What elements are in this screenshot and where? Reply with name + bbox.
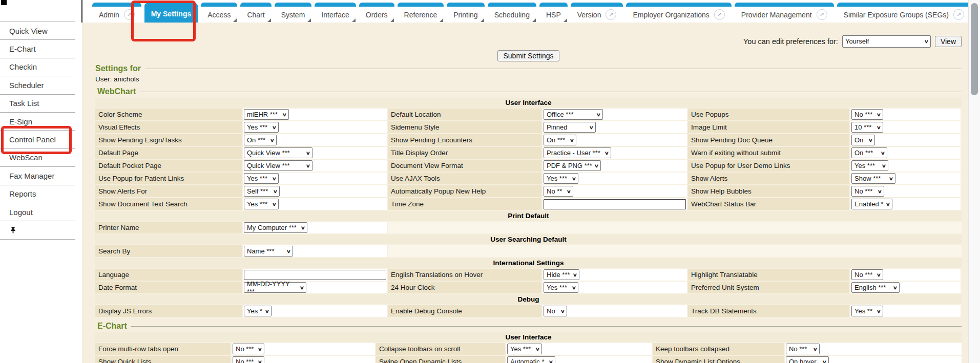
tab-chart[interactable]: Chart (240, 3, 271, 23)
select-image-limit[interactable]: 10 ***∨ (851, 122, 883, 133)
select-show-alerts[interactable]: Show ***∨ (851, 173, 895, 184)
select-show-quick-lists[interactable]: No ***∨ (233, 356, 264, 363)
select-swipe-open-dynamic-lists[interactable]: Automatic *∨ (507, 356, 555, 363)
scrollbar[interactable] (968, 0, 980, 363)
input-time-zone[interactable] (544, 199, 686, 209)
sidebar-item-logout[interactable]: Logout (0, 203, 75, 221)
popout-icon[interactable]: ↗ (124, 9, 135, 20)
select-default-pocket-page[interactable]: Quick View ***∨ (244, 160, 312, 171)
select-use-ajax-tools[interactable]: Yes ***∨ (544, 173, 578, 184)
select-display-js-errors[interactable]: Yes *∨ (244, 306, 272, 316)
select-printer-name[interactable]: My Computer ***∨ (244, 222, 307, 233)
select-value: No *** (236, 358, 254, 363)
preferences-for-select[interactable]: Yourself ∨ (842, 35, 931, 48)
tab-hsp[interactable]: HSP (539, 3, 568, 23)
select-24-hour-clock[interactable]: Yes ***∨ (544, 282, 578, 293)
tab-similar-exposure-groups-segs[interactable]: Similar Exposure Groups (SEGs)↗ (837, 3, 971, 23)
chevron-down-icon: ∨ (589, 125, 594, 130)
select-show-pending-doc-queue[interactable]: On∨ (851, 135, 875, 145)
select-force-multi-row-tabs-open[interactable]: No ***∨ (233, 344, 264, 354)
select-show-pending-encounters[interactable]: On ***∨ (544, 135, 576, 145)
select-keep-toolbars-collapsed[interactable]: No ***∨ (786, 344, 820, 354)
tab-printing[interactable]: Printing (447, 3, 484, 23)
sidebar-item-fax-manager[interactable]: Fax Manager (0, 166, 75, 184)
select-enable-debug-console[interactable]: No∨ (544, 306, 567, 316)
tab-system[interactable]: System (275, 3, 312, 23)
chevron-down-icon: ∨ (877, 125, 881, 130)
select-use-popup-for-user-demo-links[interactable]: Yes ***∨ (851, 160, 888, 171)
tab-reference[interactable]: Reference (398, 3, 444, 23)
select-default-page[interactable]: Quick View ***∨ (244, 147, 312, 158)
sidebar-item-e-chart[interactable]: E-Chart (0, 39, 75, 57)
chevron-down-icon: ∨ (878, 189, 882, 194)
tab-scheduling[interactable]: Scheduling (488, 3, 536, 23)
popout-icon[interactable]: ↗ (714, 9, 725, 20)
setting-control-cell: No ***∨ (850, 269, 961, 281)
sidebar-item-task-list[interactable]: Task List (0, 94, 75, 112)
sidebar-item-e-sign[interactable]: E-Sign (0, 112, 75, 130)
select-visual-effects[interactable]: Yes ***∨ (244, 122, 279, 133)
select-value: Hide *** (547, 271, 570, 279)
select-value: Self *** (247, 187, 268, 195)
select-automatically-popup-new-help[interactable]: No **∨ (544, 186, 573, 197)
setting-label-preferred-unit-system: Preferred Unit System (688, 282, 849, 293)
select-use-popup-for-patient-links[interactable]: Yes ***∨ (244, 173, 279, 184)
select-use-popups[interactable]: No ***∨ (851, 109, 883, 120)
setting-control-cell: Yes *∨ (243, 305, 387, 317)
select-warn-if-exiting-without-submit[interactable]: On ***∨ (851, 147, 887, 158)
settings-row: Search ByName ***∨ (95, 245, 962, 257)
setting-control-cell: No ***∨ (785, 343, 962, 355)
popout-icon[interactable]: ↗ (817, 9, 827, 20)
sidebar-item-label: Task List (9, 99, 39, 108)
tab-admin[interactable]: Admin↗ (92, 3, 141, 23)
setting-control-cell: No ***∨ (850, 185, 961, 197)
chevron-down-icon: ∨ (265, 309, 269, 314)
setting-label-use-ajax-tools: Use AJAX Tools (388, 173, 541, 184)
section-header-print-default: Print Default (95, 211, 962, 221)
popout-icon[interactable]: ↗ (606, 9, 616, 20)
select-show-pending-esign-tasks[interactable]: On ***∨ (244, 135, 277, 145)
view-button[interactable]: View (935, 36, 962, 47)
setting-control-cell: On hover∨ (785, 356, 962, 363)
select-search-by[interactable]: Name ***∨ (244, 246, 293, 257)
sidebar-item-checkin[interactable]: Checkin (0, 58, 75, 76)
chevron-down-icon: ∨ (813, 347, 818, 352)
sidebar-pin-item[interactable] (0, 221, 75, 239)
select-highlight-translatable[interactable]: No ***∨ (851, 269, 883, 280)
tab-provider-management[interactable]: Provider Management↗ (735, 3, 834, 23)
select-show-alerts-for[interactable]: Self ***∨ (244, 186, 280, 197)
select-english-translations-on-hover[interactable]: Hide ***∨ (544, 269, 579, 280)
setting-label-show-pending-doc-queue: Show Pending Doc Queue (688, 134, 849, 146)
sidebar-item-quick-view[interactable]: Quick View (0, 22, 75, 39)
select-default-location[interactable]: Office ***∨ (544, 109, 603, 120)
popout-icon[interactable]: ↗ (953, 9, 964, 20)
select-document-view-format[interactable]: PDF & PNG ***∨ (544, 160, 601, 171)
sidebar-item-control-panel[interactable]: Control Panel (0, 130, 75, 148)
select-webchart-status-bar[interactable]: Enabled *∨ (851, 199, 892, 209)
select-collapse-toolbars-on-scroll[interactable]: Yes ***∨ (507, 344, 542, 354)
select-show-document-text-search[interactable]: Yes ***∨ (244, 199, 279, 209)
select-title-display-order[interactable]: Practice - User ***∨ (544, 147, 611, 158)
tab-version[interactable]: Version↗ (571, 3, 623, 23)
select-show-help-bubbles[interactable]: No ***∨ (851, 186, 884, 197)
top-left-mark (1, 0, 7, 5)
select-color-scheme[interactable]: miEHR ***∨ (244, 109, 289, 120)
tab-access[interactable]: Access (201, 3, 237, 23)
select-date-format[interactable]: MM-DD-YYYY ***∨ (244, 282, 306, 293)
tab-interface[interactable]: Interface (315, 3, 356, 23)
input-language[interactable] (244, 270, 386, 280)
select-sidemenu-style[interactable]: Pinned∨ (544, 122, 596, 133)
tab-orders[interactable]: Orders (359, 3, 394, 23)
sidebar-item-webscan[interactable]: WebScan (0, 148, 75, 166)
scrollbar-thumb[interactable] (971, 3, 978, 95)
sidebar-item-scheduler[interactable]: Scheduler (0, 76, 75, 94)
select-track-db-statements[interactable]: Yes **∨ (851, 306, 883, 316)
select-show-dynamic-list-options[interactable]: On hover∨ (786, 356, 829, 363)
select-value: No (547, 307, 555, 315)
setting-control-cell: 10 ***∨ (850, 121, 961, 133)
submit-settings-button[interactable]: Submit Settings (497, 50, 559, 61)
tab-my-settings[interactable]: My Settings (144, 3, 198, 23)
select-preferred-unit-system[interactable]: English ***∨ (851, 282, 900, 293)
sidebar-item-reports[interactable]: Reports (0, 185, 75, 203)
tab-employer-organizations[interactable]: Employer Organizations↗ (626, 3, 731, 23)
